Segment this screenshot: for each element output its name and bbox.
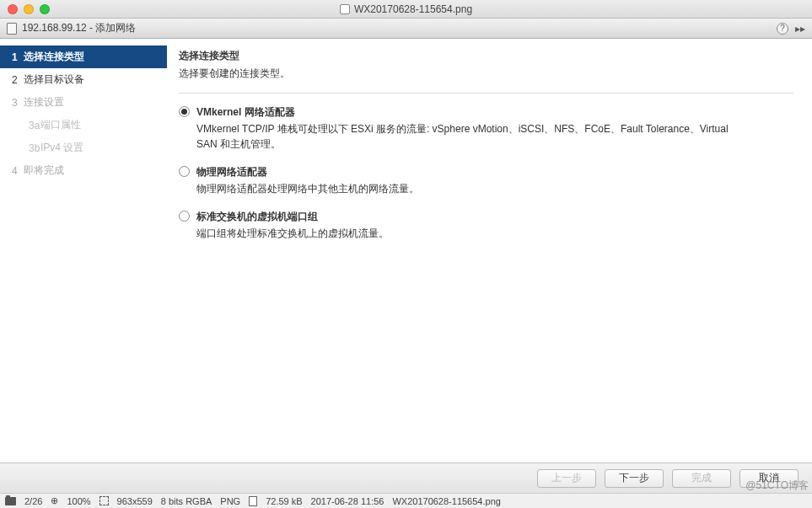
status-dims: 963x559 (117, 496, 153, 506)
step-num: 2 (12, 74, 24, 86)
mac-titlebar: WX20170628-115654.png (0, 0, 812, 19)
document-icon (249, 496, 257, 506)
option-vmkernel-adapter[interactable]: VMkernel 网络适配器 VMkernel TCP/IP 堆栈可处理以下 E… (179, 105, 793, 152)
help-icon[interactable]: ? (777, 23, 788, 35)
content-title: 选择连接类型 (179, 49, 793, 63)
step-label: IPv4 设置 (40, 141, 83, 155)
step-num: 1 (12, 51, 24, 63)
wizard-sidebar: 1 选择连接类型 2 选择目标设备 3 连接设置 3a 端口属性 3b IPv4… (0, 39, 167, 463)
step-3a-port-properties: 3a 端口属性 (0, 114, 167, 136)
status-zoom: 100% (67, 496, 90, 506)
radio-icon[interactable] (179, 106, 190, 117)
window-title-text: WX20170628-115654.png (354, 3, 472, 15)
window-title: WX20170628-115654.png (0, 3, 812, 15)
dialog-titlebar: 192.168.99.12 - 添加网络 ? ▸▸ (0, 19, 812, 39)
wizard-content: 选择连接类型 选择要创建的连接类型。 VMkernel 网络适配器 VMkern… (167, 39, 812, 463)
status-size: 72.59 kB (266, 496, 302, 506)
step-label: 选择目标设备 (24, 72, 84, 87)
dialog-footer: 上一步 下一步 完成 取消 (0, 463, 812, 493)
radio-icon[interactable] (179, 211, 190, 222)
step-3-connection-settings: 3 连接设置 (0, 91, 167, 114)
step-4-ready-to-complete: 4 即将完成 (0, 159, 167, 182)
step-label: 连接设置 (24, 95, 64, 110)
option-label: VMkernel 网络适配器 (196, 105, 736, 120)
option-vm-port-group[interactable]: 标准交换机的虚拟机端口组 端口组将处理标准交换机上的虚拟机流量。 (179, 210, 793, 241)
status-depth: 8 bits RGBA (161, 496, 212, 506)
step-3b-ipv4-settings: 3b IPv4 设置 (0, 136, 167, 159)
step-label: 即将完成 (24, 163, 64, 178)
back-button: 上一步 (537, 469, 596, 488)
status-filename: WX20170628-115654.png (392, 496, 500, 506)
host-icon (7, 23, 17, 35)
option-physical-adapter[interactable]: 物理网络适配器 物理网络适配器处理网络中其他主机的网络流量。 (179, 165, 793, 196)
option-label: 物理网络适配器 (196, 165, 419, 179)
option-label: 标准交换机的虚拟机端口组 (196, 210, 389, 224)
option-desc: 端口组将处理标准交换机上的虚拟机流量。 (196, 226, 389, 241)
step-label: 选择连接类型 (24, 50, 84, 64)
finish-button: 完成 (672, 469, 731, 488)
step-num: 3a (29, 120, 40, 131)
statusbar: 2/26 ⊕ 100% 963x559 8 bits RGBA PNG 72.5… (0, 493, 812, 508)
step-2-select-target-device[interactable]: 2 选择目标设备 (0, 68, 167, 91)
step-label: 端口属性 (40, 118, 81, 132)
radio-icon[interactable] (179, 166, 190, 177)
expand-icon[interactable]: ▸▸ (795, 23, 805, 35)
step-num: 4 (12, 165, 24, 177)
option-desc: 物理网络适配器处理网络中其他主机的网络流量。 (196, 181, 419, 196)
step-1-select-connection-type[interactable]: 1 选择连接类型 (0, 45, 167, 68)
file-icon (340, 4, 350, 14)
zoom-icon: ⊕ (51, 495, 58, 506)
status-format: PNG (220, 496, 240, 506)
dialog-body: 1 选择连接类型 2 选择目标设备 3 连接设置 3a 端口属性 3b IPv4… (0, 39, 812, 463)
divider (179, 93, 793, 94)
next-button[interactable]: 下一步 (605, 469, 664, 488)
watermark: @51CTO博客 (745, 479, 809, 493)
folder-icon (5, 497, 16, 505)
status-date: 2017-06-28 11:56 (311, 496, 384, 506)
selection-icon (99, 496, 109, 505)
content-subtitle: 选择要创建的连接类型。 (179, 67, 793, 81)
dialog-title: 192.168.99.12 - 添加网络 (22, 21, 136, 35)
step-num: 3 (12, 97, 24, 109)
step-num: 3b (29, 142, 40, 154)
status-index: 2/26 (24, 496, 42, 506)
option-desc: VMkernel TCP/IP 堆栈可处理以下 ESXi 服务的流量: vSph… (196, 121, 736, 152)
